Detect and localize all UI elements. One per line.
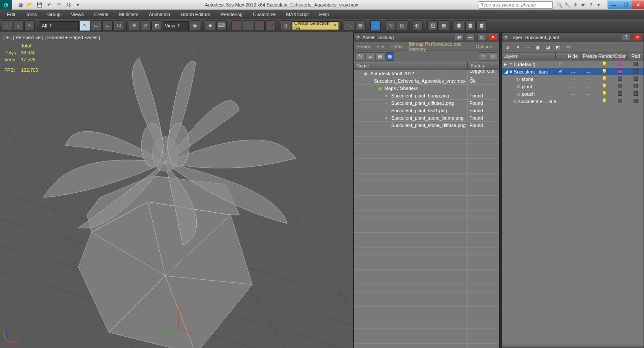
asset-menu-server[interactable]: Server xyxy=(356,44,370,49)
redo-icon[interactable]: ↷ xyxy=(55,1,63,9)
asset-row[interactable]: ▣Maps / Shaders xyxy=(354,85,499,92)
hide-toggle[interactable]: --- xyxy=(571,92,575,97)
col-layers[interactable]: Layers xyxy=(502,53,556,60)
scale-icon[interactable]: ◩ xyxy=(151,20,162,31)
pivot-icon[interactable]: ◉ xyxy=(190,20,200,31)
asset-menu-options[interactable]: Options xyxy=(476,44,492,49)
radiosity-swatch[interactable] xyxy=(634,77,638,81)
color-swatch[interactable] xyxy=(618,84,622,88)
binocular-icon[interactable]: 🔍 xyxy=(556,1,563,8)
render-toggle[interactable]: 💡 xyxy=(601,84,607,89)
col-name[interactable]: Name xyxy=(354,62,468,70)
star-icon[interactable]: ★ xyxy=(580,1,587,8)
perspective-viewport[interactable]: [ + ] [ Perspective ] [ Shaded + Edged F… xyxy=(0,32,353,348)
col-status[interactable]: Status xyxy=(468,62,499,70)
color-swatch[interactable] xyxy=(618,62,622,66)
app-icon[interactable]: ◔ xyxy=(0,0,12,10)
dock-icon[interactable]: ⇄ xyxy=(455,34,463,41)
sel-objects-icon[interactable]: ◪ xyxy=(543,43,552,52)
close-panel-icon[interactable]: ✕ xyxy=(633,34,642,41)
layers-toolbar-icon[interactable]: ≡ xyxy=(370,20,381,31)
render-toggle[interactable]: 💡 xyxy=(601,91,607,96)
new-layer-icon[interactable]: ≡ xyxy=(503,43,512,52)
menu-animation[interactable]: Animation xyxy=(144,11,174,18)
window-cross-icon[interactable]: ⊡ xyxy=(114,20,124,31)
color-swatch[interactable] xyxy=(618,91,622,96)
tree-icon[interactable]: ▤ xyxy=(376,52,384,61)
ref-coord-combo[interactable]: View▼ xyxy=(163,21,189,30)
hide-toggle[interactable]: --- xyxy=(571,77,575,82)
menu-rendering[interactable]: Rendering xyxy=(216,11,247,18)
mirror-icon[interactable]: ⇋ xyxy=(344,20,354,31)
select-name-icon[interactable]: ▭ xyxy=(91,20,101,31)
color-swatch[interactable] xyxy=(618,77,622,81)
percent-snap-icon[interactable]: % xyxy=(254,20,265,31)
hide-toggle[interactable]: --- xyxy=(571,100,575,104)
minimize-button[interactable]: — xyxy=(607,0,620,9)
select-object-icon[interactable]: ↖ xyxy=(80,20,90,31)
asset-row[interactable]: ▫Succulent_plant_sss1.pngFound xyxy=(354,107,499,114)
current-check[interactable]: ✔ xyxy=(556,69,565,74)
asset-row[interactable]: ▫Succulent_plant_stone_bump.pngFound xyxy=(354,114,499,122)
key-icon[interactable]: 🔧 xyxy=(564,1,571,8)
current-check[interactable]: □ xyxy=(556,62,565,67)
asset-menu-paths[interactable]: Paths xyxy=(390,44,402,49)
render-setup-icon[interactable]: 🖼 xyxy=(427,20,438,31)
settings-icon[interactable]: ⚙ xyxy=(489,52,497,61)
angle-snap-icon[interactable]: ⌒ xyxy=(243,20,253,31)
layer-row[interactable]: ▸ ≡ 0 (default) □ --- --- 💡 xyxy=(502,60,644,68)
hide-toggle[interactable]: --- xyxy=(571,70,575,74)
more-icon[interactable]: ▾ xyxy=(74,1,82,9)
col-current[interactable] xyxy=(556,53,565,60)
radiosity-swatch[interactable] xyxy=(634,99,638,103)
asset-row[interactable]: ▫Succulent_plant_diffuse1.pngFound xyxy=(354,100,499,107)
asset-rows[interactable]: ◆Autodesk Vault 2012Logged Out ...▯Succu… xyxy=(354,70,499,348)
link-icon[interactable]: ⛓ xyxy=(64,1,72,9)
hide-unhide-icon[interactable]: ◩ xyxy=(553,43,562,52)
menu-customize[interactable]: Customize xyxy=(249,11,280,18)
restore-button[interactable]: ❐ xyxy=(620,0,632,9)
layer-row[interactable]: ◇ plant --- --- 💡 xyxy=(502,83,644,90)
radiosity-swatch[interactable] xyxy=(634,62,638,66)
render-toggle[interactable]: 💡 xyxy=(601,69,607,74)
asset-row[interactable]: ▫Succulent_plant_stone_diffuse.pngFound xyxy=(354,122,499,129)
col-color[interactable]: Color xyxy=(612,53,628,60)
minimize-panel-icon[interactable]: — xyxy=(466,34,475,41)
hide-toggle[interactable]: --- xyxy=(571,85,575,89)
layer-row[interactable]: ◇ stone --- --- 💡 xyxy=(502,75,644,83)
col-freeze[interactable]: Freeze xyxy=(581,53,597,60)
expand-icon[interactable]: ◢ xyxy=(504,69,508,74)
radiosity-swatch[interactable] xyxy=(634,69,638,74)
sel-highlight-icon[interactable]: ▣ xyxy=(533,43,542,52)
menu-modifiers[interactable]: Modifiers xyxy=(114,11,143,18)
color-swatch[interactable] xyxy=(618,69,622,74)
menu-create[interactable]: Create xyxy=(90,11,113,18)
render-prod-icon[interactable]: 🍵 xyxy=(476,20,487,31)
viewport-label[interactable]: [ + ] [ Perspective ] [ Shaded + Edged F… xyxy=(3,35,100,40)
layer-columns-header[interactable]: Layers Hide Freeze Render Color Rad xyxy=(502,53,644,60)
menu-grapheditors[interactable]: Graph Editors xyxy=(176,11,215,18)
freeze-toggle[interactable]: --- xyxy=(587,100,591,104)
open-icon[interactable]: 📂 xyxy=(26,1,34,9)
bind-space-icon[interactable]: ∿ xyxy=(24,20,35,31)
layer-row[interactable]: ◇ pouch --- --- 💡 xyxy=(502,90,644,97)
freeze-toggle[interactable]: --- xyxy=(587,92,591,97)
refresh-icon[interactable]: ↻ xyxy=(356,52,364,61)
render-toggle[interactable]: 💡 xyxy=(601,61,607,67)
freeze-toggle[interactable]: --- xyxy=(587,63,591,67)
asset-row[interactable]: ▯Succulent_Echeveria_Agavoides_vray.maxO… xyxy=(354,77,499,85)
list-icon[interactable]: ≣ xyxy=(366,52,374,61)
hint-icon[interactable]: ? xyxy=(479,52,487,61)
keyboard-shortcut-icon[interactable]: ⌨ xyxy=(216,20,227,31)
snap-toggle-icon[interactable]: 3 xyxy=(231,20,242,31)
select-region-rect-icon[interactable]: ▱ xyxy=(102,20,113,31)
dropdown-icon[interactable]: ▾ xyxy=(595,1,602,8)
selection-filter-combo[interactable]: All▼ xyxy=(40,21,79,30)
named-sel-set-combo[interactable]: Create Selection Se▼ xyxy=(292,21,339,30)
asset-row[interactable]: ◆Autodesk Vault 2012Logged Out ... xyxy=(354,70,499,77)
layer-row[interactable]: ◢ ≡ Succulent_plant ✔ --- --- 💡 xyxy=(502,68,644,75)
radiosity-swatch[interactable] xyxy=(634,84,638,88)
menu-tools[interactable]: Tools xyxy=(21,11,41,18)
align-icon[interactable]: ▤ xyxy=(355,20,366,31)
col-rad[interactable]: Rad xyxy=(628,53,644,60)
